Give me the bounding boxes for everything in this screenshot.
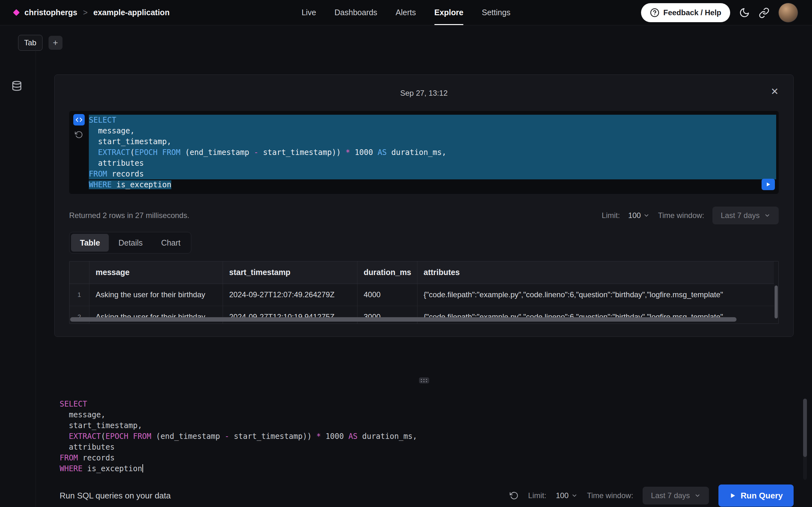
moon-icon — [739, 7, 750, 18]
result-timestamp: Sep 27, 13:12 — [400, 89, 448, 98]
sql-code-display: SELECT message, start_timestamp, EXTRACT… — [69, 111, 779, 194]
history-icon — [510, 491, 519, 500]
limit-value: 100 — [556, 491, 568, 500]
table-row[interactable]: 1Asking the user for their birthday2024-… — [69, 284, 774, 306]
limit-value: 100 — [628, 211, 641, 220]
cell-attributes: {"code.filepath":"example.py","code.line… — [417, 284, 774, 306]
editor-scrollbar-thumb[interactable] — [803, 399, 807, 457]
nav-item-alerts[interactable]: Alerts — [396, 0, 416, 25]
breadcrumb-project[interactable]: example-application — [93, 8, 169, 17]
editor-hint: Run SQL queries on your data — [54, 491, 171, 501]
user-avatar[interactable] — [778, 3, 798, 22]
sql-editor[interactable]: SELECT message, start_timestamp, EXTRACT… — [54, 399, 794, 478]
breadcrumb-org[interactable]: christophergs — [24, 8, 78, 17]
view-tab-details[interactable]: Details — [109, 234, 151, 251]
limit-label: Limit: — [602, 211, 620, 220]
chevron-down-icon — [694, 493, 701, 499]
feedback-help-button[interactable]: Feedback / Help — [641, 3, 730, 22]
horizontal-scrollbar[interactable] — [70, 317, 737, 322]
chevron-down-icon — [571, 493, 577, 499]
result-view-tabs: TableDetailsChart — [69, 232, 191, 253]
link-icon — [759, 7, 769, 18]
left-rail — [0, 45, 36, 507]
play-icon — [729, 492, 736, 499]
time-window-value: Last 7 days — [721, 211, 760, 220]
header-actions: Feedback / Help — [641, 3, 798, 22]
schema-browser-button[interactable] — [11, 80, 22, 91]
time-window-label: Time window: — [587, 491, 633, 500]
nav-item-settings[interactable]: Settings — [482, 0, 510, 25]
chevron-down-icon — [643, 212, 650, 219]
nav-item-explore[interactable]: Explore — [434, 0, 463, 25]
run-bar: Run SQL queries on your data Limit: 100 … — [54, 484, 794, 507]
row-number-column-header — [69, 262, 89, 284]
sql-query-text[interactable]: SELECT message, start_timestamp, EXTRACT… — [89, 111, 779, 194]
chevron-down-icon — [764, 212, 770, 219]
grip-dots-icon — [421, 379, 422, 380]
limit-label: Limit: — [528, 491, 546, 500]
result-controls: Limit: 100 Time window: Last 7 days — [602, 207, 779, 224]
limit-select[interactable]: 100 — [556, 491, 577, 500]
query-result-card: Sep 27, 13:12 ✕ SELECT message, start_ti… — [54, 74, 794, 337]
column-header-attributes: attributes — [417, 262, 774, 284]
add-tab-button[interactable]: + — [49, 36, 62, 50]
code-gutter — [69, 111, 89, 194]
time-window-button[interactable]: Last 7 days — [712, 207, 779, 224]
play-icon — [765, 181, 771, 187]
vertical-scrollbar[interactable] — [774, 285, 778, 319]
time-window-button[interactable]: Last 7 days — [643, 487, 709, 504]
breadcrumb-separator: > — [83, 8, 88, 17]
dark-mode-toggle[interactable] — [739, 7, 750, 18]
history-icon — [75, 130, 83, 139]
share-link-button[interactable] — [759, 7, 769, 18]
close-result-button[interactable]: ✕ — [771, 87, 779, 96]
history-button[interactable] — [510, 491, 519, 500]
splitter-handle[interactable] — [419, 377, 429, 383]
view-tab-chart[interactable]: Chart — [152, 234, 189, 251]
run-controls: Limit: 100 Time window: Last 7 days Run … — [510, 485, 794, 507]
column-header-message: message — [89, 262, 223, 284]
column-header-start_timestamp: start_timestamp — [223, 262, 357, 284]
logfire-logo-icon[interactable] — [13, 9, 20, 16]
result-table-container: messagestart_timestampduration_msattribu… — [69, 261, 779, 324]
top-bar: christophergs > example-application Live… — [0, 0, 812, 25]
code-icon — [75, 116, 83, 123]
time-window-value: Last 7 days — [651, 491, 690, 500]
nav-item-dashboards[interactable]: Dashboards — [335, 0, 377, 25]
result-status: Returned 2 rows in 27 milliseconds. — [69, 211, 189, 220]
database-icon — [11, 80, 22, 91]
limit-select[interactable]: 100 — [628, 211, 650, 220]
sql-editor-text[interactable]: SELECT message, start_timestamp, EXTRACT… — [54, 399, 794, 474]
query-history-button[interactable] — [75, 130, 83, 139]
result-table: messagestart_timestampduration_msattribu… — [69, 262, 774, 324]
cell-duration_ms: 4000 — [357, 284, 417, 306]
run-query-button[interactable]: Run Query — [718, 485, 794, 507]
text-cursor — [142, 464, 143, 472]
time-window-label: Time window: — [658, 211, 704, 220]
row-number: 1 — [69, 284, 89, 306]
breadcrumb: christophergs > example-application — [14, 8, 170, 17]
cell-message: Asking the user for their birthday — [89, 284, 223, 306]
editor-scrollbar — [803, 399, 807, 480]
view-tab-table[interactable]: Table — [71, 234, 109, 251]
rerun-query-button[interactable] — [762, 179, 775, 190]
main-nav: LiveDashboardsAlertsExploreSettings — [302, 0, 511, 25]
close-icon: ✕ — [771, 86, 779, 97]
cell-start_timestamp: 2024-09-27T12:07:49.264279Z — [223, 284, 357, 306]
nav-item-live[interactable]: Live — [302, 0, 316, 25]
run-query-label: Run Query — [741, 491, 783, 501]
help-circle-icon — [650, 8, 659, 17]
code-toggle-button[interactable] — [73, 114, 85, 125]
query-tabs-bar: Tab + — [18, 35, 812, 51]
column-header-duration_ms: duration_ms — [357, 262, 417, 284]
feedback-help-label: Feedback / Help — [663, 8, 721, 17]
